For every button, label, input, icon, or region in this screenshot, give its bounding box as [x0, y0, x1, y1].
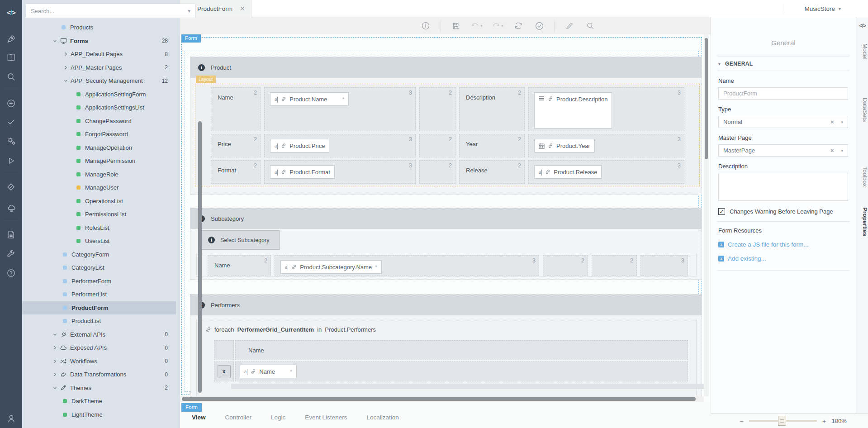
name-field-input[interactable] [718, 87, 848, 100]
bottom-tab-controller[interactable]: Controller [225, 414, 252, 421]
chevron-down-icon[interactable] [50, 39, 60, 43]
chevron-down-icon[interactable]: ▾ [188, 8, 190, 14]
clear-icon[interactable]: × [830, 119, 834, 125]
checkbox-checked-icon[interactable]: ✓ [718, 208, 725, 215]
layout-field-cell[interactable]: 3aProduct.Name* [264, 87, 416, 131]
field-chip-product-year[interactable]: Product.Year [534, 139, 595, 152]
tree-item-lighttheme[interactable]: LightTheme [22, 408, 176, 422]
brush-button[interactable] [562, 19, 577, 33]
performer-name-field-cell[interactable]: aName* [235, 361, 688, 381]
tree-item-operationslist[interactable]: OperationsList [22, 195, 176, 208]
tree-item-productlist[interactable]: ProductList [22, 314, 176, 328]
type-select[interactable]: Normal × ▾ [718, 116, 848, 128]
layout-field-cell[interactable]: 3aProduct.Price [264, 134, 416, 157]
cloud-sync-icon[interactable] [0, 200, 22, 216]
zoom-in-button[interactable]: + [822, 417, 826, 425]
name-column-header-cell[interactable]: Name [235, 340, 688, 360]
undo-button[interactable]: ▾ [469, 19, 484, 33]
chevron-down-icon[interactable]: ▾ [841, 120, 843, 124]
layout-field-cell[interactable]: 3aProduct.Release [528, 160, 684, 184]
tree-item-themes[interactable]: Themes2 [22, 381, 176, 395]
tree-item-applicationsettingslist[interactable]: ApplicationSettingsList [22, 101, 176, 114]
changes-warning-checkbox-row[interactable]: ✓ Changes Warning Before Leaving Page [718, 208, 849, 215]
close-icon[interactable]: ✕ [240, 5, 245, 12]
general-section-header[interactable]: ▾ GENERAL [717, 57, 849, 71]
description-textarea[interactable] [718, 173, 848, 201]
book-icon[interactable] [0, 49, 22, 65]
layout-field-cell[interactable]: 3aProduct.Format [264, 160, 416, 184]
chevron-right-icon[interactable] [50, 346, 60, 350]
form-design-canvas[interactable]: Form i Product Layout Name23aProduct.Nam… [180, 34, 711, 402]
tree-item-managepermission[interactable]: ManagePermission [22, 154, 176, 168]
canvas-vertical-scrollbar[interactable] [704, 34, 709, 396]
tree-item-workflows[interactable]: Workflows0 [22, 355, 176, 368]
search-input[interactable] [31, 8, 188, 14]
tree-item-manageoperation[interactable]: ManageOperation [22, 141, 176, 155]
performers-repeater[interactable]: foreach PerformerGrid_CurrentItem in Pro… [196, 320, 697, 397]
chevron-right-icon[interactable] [50, 359, 60, 363]
chevron-down-icon[interactable]: ▾ [841, 148, 843, 153]
field-chip-product-price[interactable]: aProduct.Price [270, 139, 329, 152]
bottom-tab-localization[interactable]: Localization [366, 414, 398, 421]
tree-item-applicationsettingform[interactable]: ApplicationSettingForm [22, 88, 176, 101]
layout-field-cell[interactable]: 3Product.Year [528, 134, 684, 157]
product-group-header[interactable]: i Product [190, 57, 702, 78]
save-button[interactable] [448, 19, 464, 33]
sidebar-scroll-thumb[interactable] [198, 121, 202, 393]
tree-item-app-default-pages[interactable]: APP_Default Pages8 [22, 48, 176, 61]
tree-item-permissionslist[interactable]: PermissionsList [22, 208, 176, 221]
remove-row-button[interactable]: x [218, 365, 231, 378]
panel-tab-datasets[interactable]: DataSets [856, 98, 868, 122]
clear-icon[interactable]: × [830, 147, 834, 154]
tree-item-app-master-pages[interactable]: APP_Master Pages2 [22, 61, 176, 75]
help-icon[interactable] [0, 265, 22, 281]
layout-field-cell[interactable]: 3aProduct.Subcategory.Name* [275, 255, 539, 276]
project-selector[interactable]: MusicStore ▾ [804, 0, 841, 17]
tree-item-data-transformations[interactable]: Data Transformations0 [22, 368, 176, 381]
zoom-slider-thumb[interactable] [778, 416, 786, 426]
user-icon[interactable] [0, 411, 22, 426]
tree-item-app-security-management[interactable]: APP_Security Management12 [22, 74, 176, 88]
bottom-tab-event-listeners[interactable]: Event Listeners [305, 414, 347, 421]
gears-icon[interactable] [0, 133, 22, 149]
chevron-down-icon[interactable] [50, 386, 60, 390]
field-chip-product-format[interactable]: aProduct.Format [270, 165, 335, 179]
bottom-tab-logic[interactable]: Logic [271, 414, 285, 421]
find-button[interactable] [583, 19, 598, 33]
field-chip-product-release[interactable]: aProduct.Release [534, 165, 602, 179]
sidebar-scrollbar[interactable] [198, 21, 202, 428]
validate-button[interactable] [531, 19, 547, 33]
tree-item-forgotpassword[interactable]: ForgotPassword [22, 128, 176, 141]
field-chip-product-name[interactable]: aProduct.Name* [270, 92, 349, 106]
tree-item-performerform[interactable]: PerformerForm [22, 275, 176, 288]
tree-item-roleslist[interactable]: RolesList [22, 221, 176, 235]
tree-item-userslist[interactable]: UsersList [22, 234, 176, 248]
play-icon[interactable] [0, 153, 22, 168]
performers-group[interactable]: i Performers foreach PerformerGrid_Curre… [190, 294, 702, 402]
logo-icon[interactable]: </> [0, 5, 22, 20]
subcategory-layout-row[interactable]: Name23aProduct.Subcategory.Name*223 [196, 254, 697, 277]
rocket-icon[interactable] [0, 31, 22, 47]
canvas-horizontal-scrollbar[interactable] [180, 396, 704, 402]
zoom-slider-track[interactable] [749, 420, 817, 422]
performers-group-header[interactable]: i Performers [190, 295, 702, 315]
canvas-vertical-scroll-thumb[interactable] [705, 38, 708, 159]
check-icon[interactable] [0, 114, 22, 129]
zoom-out-button[interactable]: − [740, 417, 744, 425]
refresh-button[interactable] [511, 19, 526, 33]
layout-field-cell[interactable]: 3Product.Description [528, 87, 684, 131]
document-icon[interactable] [0, 227, 22, 242]
tree-item-products[interactable]: Products [22, 21, 176, 34]
subcategory-group[interactable]: i Subcategory i Select Subcategory Name2… [190, 208, 702, 280]
info-button[interactable] [418, 19, 433, 33]
tree-item-exposed-apis[interactable]: Exposed APIs0 [22, 341, 176, 355]
field-chip-product-subcategory-name[interactable]: aProduct.Subcategory.Name* [280, 260, 382, 274]
panel-tab-toolbox[interactable]: Toolbox [856, 166, 868, 187]
chevron-right-icon[interactable] [61, 66, 71, 70]
tree-item-changepassword[interactable]: ChangePassword [22, 114, 176, 128]
chevron-down-icon[interactable] [61, 79, 71, 83]
redo-button[interactable]: ▾ [490, 19, 505, 33]
wrench-icon[interactable] [0, 246, 22, 261]
tree-item-productform[interactable]: ProductForm [22, 301, 176, 315]
tree-item-darktheme[interactable]: DarkTheme [22, 395, 176, 408]
